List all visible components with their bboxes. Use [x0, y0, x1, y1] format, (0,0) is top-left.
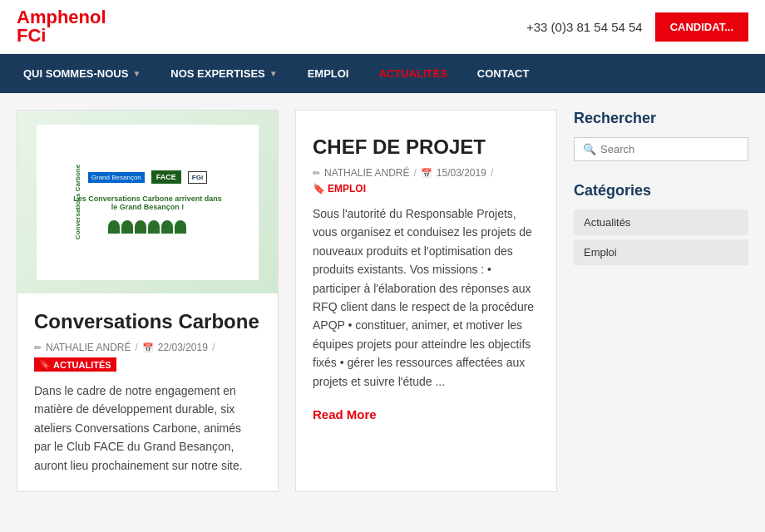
post-meta-2: ✏ NATHALIE ANDRÉ / 📅 15/03/2019 / 🔖 EMPL…: [313, 167, 540, 195]
sidebar-search-section: Rechercher 🔍: [574, 110, 748, 161]
post-date-1: 22/03/2019: [158, 342, 208, 353]
nav-item-qui-sommes-nous[interactable]: QUI SOMMES-NOUS ▼: [8, 54, 155, 93]
post-category-tag-2[interactable]: 🔖 EMPLOI: [313, 183, 366, 195]
bookmark-icon: 🔖: [39, 359, 51, 370]
sidebar-search-title: Rechercher: [574, 110, 748, 127]
search-box[interactable]: 🔍: [574, 137, 748, 161]
post-author-1: NATHALIE ANDRÉ: [46, 342, 131, 353]
nav-item-emploi[interactable]: EMPLOI: [293, 54, 364, 93]
posts-area: Conversations Carbone Grand Besançon FAC…: [17, 110, 557, 492]
sidebar-categories-title: Catégories: [574, 182, 748, 200]
calendar-icon: 📅: [142, 342, 154, 353]
bookmark-icon-2: 🔖: [313, 183, 325, 195]
categories-list: Actualités Emploi: [574, 209, 748, 265]
nav-item-actualites[interactable]: ACTUALITÉS: [363, 54, 461, 93]
main-area: Conversations Carbone Grand Besançon FAC…: [0, 93, 765, 509]
post-meta-1: ✏ NATHALIE ANDRÉ / 📅 22/03/2019 / 🔖 ACTU…: [34, 342, 261, 372]
post-card-1: Conversations Carbone Grand Besançon FAC…: [17, 110, 279, 492]
read-more-link-2[interactable]: Read More: [313, 407, 377, 421]
card-image-1: Conversations Carbone Grand Besançon FAC…: [17, 111, 278, 293]
logo-fci-italic: i: [41, 25, 46, 46]
post-card-2: CHEF DE PROJET ✏ NATHALIE ANDRÉ / 📅 15/0…: [295, 110, 557, 492]
logo-amphenol-text: Amphenol: [17, 8, 106, 27]
chevron-down-icon: ▼: [269, 69, 278, 78]
navbar: QUI SOMMES-NOUS ▼ NOS EXPERTISES ▼ EMPLO…: [0, 54, 765, 93]
calendar-icon-2: 📅: [421, 168, 432, 179]
post-category-tag-1[interactable]: 🔖 ACTUALITÉS: [34, 357, 116, 372]
nav-item-contact[interactable]: CONTACT: [462, 54, 545, 93]
phone-number: +33 (0)3 81 54 54 54: [526, 20, 643, 34]
card-body-2: CHEF DE PROJET ✏ NATHALIE ANDRÉ / 📅 15/0…: [296, 111, 556, 491]
post-title-2: CHEF DE PROJET: [313, 135, 540, 159]
sidebar: Rechercher 🔍 Catégories Actualités Emplo…: [574, 110, 748, 492]
pencil-icon-2: ✏: [313, 168, 320, 179]
conversations-carbone-image: Conversations Carbone Grand Besançon FAC…: [17, 111, 278, 293]
search-icon: 🔍: [583, 143, 596, 155]
post-title-1: Conversations Carbone: [34, 310, 261, 333]
search-input[interactable]: [600, 143, 739, 155]
post-excerpt-2: Sous l'autorité du Responsable Projets, …: [313, 204, 540, 391]
logo-fci-text: FCi: [17, 27, 106, 45]
logo[interactable]: Amphenol FCi: [17, 8, 106, 45]
pencil-icon: ✏: [34, 342, 42, 353]
chevron-down-icon: ▼: [132, 69, 141, 78]
logo-fci-regular: FC: [17, 25, 41, 46]
post-date-2: 15/03/2019: [437, 167, 486, 179]
post-excerpt-1: Dans le cadre de notre engagement en mat…: [34, 382, 261, 475]
candidat-button[interactable]: CANDIDAT...: [655, 12, 748, 42]
nav-item-nos-expertises[interactable]: NOS EXPERTISES ▼: [155, 54, 292, 93]
category-item-emploi[interactable]: Emploi: [574, 239, 748, 265]
header-right: +33 (0)3 81 54 54 54 CANDIDAT...: [526, 12, 748, 42]
card-body-1: Conversations Carbone ✏ NATHALIE ANDRÉ /…: [17, 293, 278, 491]
post-author-2: NATHALIE ANDRÉ: [324, 167, 409, 179]
category-item-actualites[interactable]: Actualités: [574, 209, 748, 235]
sidebar-categories-section: Catégories Actualités Emploi: [574, 182, 748, 265]
header: Amphenol FCi +33 (0)3 81 54 54 54 CANDID…: [0, 0, 765, 54]
